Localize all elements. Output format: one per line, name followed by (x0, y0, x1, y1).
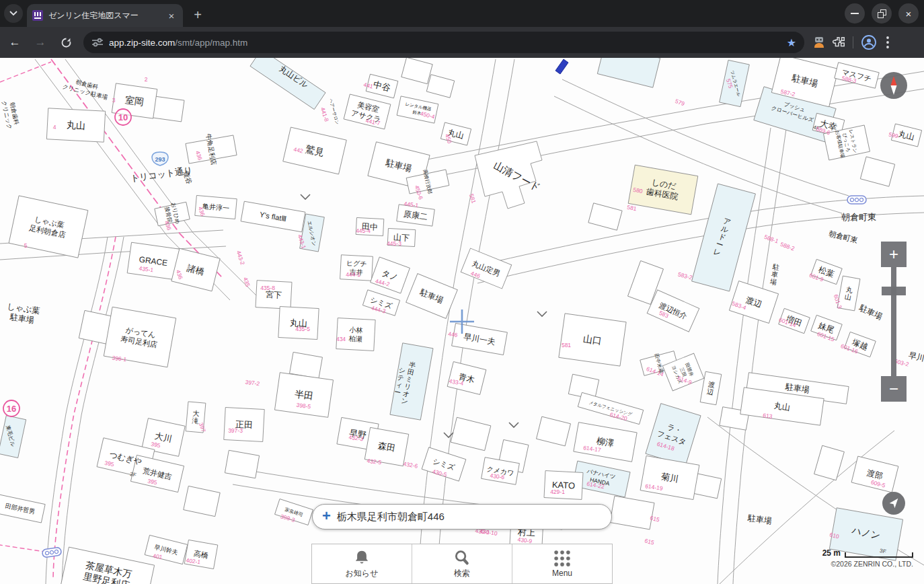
parcel-number: 599 (888, 131, 899, 140)
add-address-icon[interactable]: + (322, 509, 331, 523)
parcel-number: 583-2 (677, 271, 693, 281)
compass-needle-icon (880, 72, 907, 99)
map-label: 朝倉町東 (841, 212, 876, 222)
tab-close-button[interactable]: × (165, 9, 178, 22)
parcel-number: 434 (336, 336, 346, 342)
chevron-mark-icon (537, 312, 547, 316)
grid-menu-icon (553, 550, 572, 567)
map-label: ヘアーサロン (328, 98, 340, 125)
parcel-number: 432-6 (403, 460, 418, 470)
map-label: 駐車場 (747, 513, 773, 526)
reload-button[interactable] (55, 32, 77, 53)
tab-strip: ゼンリン住宅地図スマー × + × (0, 0, 924, 27)
browser-toolbar: ← → app.zip-site.com/smt/app/map.htm ★ (0, 27, 924, 58)
toolbar-divider (853, 36, 853, 48)
map-label: 朝倉歯科クリニック駐車場 (62, 75, 111, 101)
site-info-icon[interactable] (91, 38, 104, 47)
svg-text:10: 10 (118, 112, 128, 122)
svg-text:16: 16 (7, 404, 16, 414)
address-search-value: 栃木県足利市朝倉町446 (337, 511, 445, 523)
parcel-number: 443-2 (235, 250, 246, 266)
parcel-number: 615 (644, 538, 655, 546)
nav-search-button[interactable]: 検索 (412, 544, 512, 583)
compass-button[interactable] (880, 72, 907, 99)
parcel-number: 5 (24, 242, 28, 249)
svg-text:山: 山 (844, 293, 852, 301)
parcel-number: 432-5 (367, 458, 382, 466)
extension-avatar-icon[interactable] (811, 34, 827, 50)
map-label: 駐車場 (769, 263, 780, 286)
my-location-button[interactable] (882, 492, 905, 515)
nav-menu-button[interactable]: Menu (512, 544, 612, 583)
bell-icon (352, 549, 371, 567)
bottom-navigation: お知らせ 検索 Menu (311, 544, 613, 584)
window-restore-button[interactable] (872, 3, 892, 24)
svg-text:柏瀬: 柏瀬 (348, 334, 362, 342)
svg-text:小林: 小林 (349, 326, 363, 334)
parcel-number: 581 (627, 204, 638, 212)
bookmark-star-icon[interactable]: ★ (787, 36, 796, 49)
svg-text:駐車場: 駐車場 (858, 303, 884, 322)
tab-title: ゼンリン住宅地図スマー (48, 10, 160, 22)
svg-text:ヘアーサロン: ヘアーサロン (328, 98, 340, 125)
svg-text:辺: 辺 (706, 388, 714, 396)
url-path: /smt/app/map.htm (175, 38, 247, 48)
traffic-signal-icon (847, 196, 866, 204)
nav-notifications-button[interactable]: お知らせ (312, 544, 412, 583)
one-way-arrow-icon (555, 59, 568, 74)
nav-search-label: 検索 (454, 568, 470, 579)
zoom-slider-handle[interactable] (882, 287, 906, 295)
svg-text:朝倉町東: 朝倉町東 (841, 212, 876, 222)
map-label: 駐車場 (858, 303, 884, 322)
new-tab-button[interactable]: + (188, 5, 207, 24)
extensions-puzzle-icon[interactable] (831, 35, 846, 50)
back-button[interactable]: ← (4, 32, 26, 53)
parcel-number: 397-3 (228, 427, 243, 434)
zenrin-favicon-icon (32, 10, 43, 21)
minimize-icon (851, 13, 859, 14)
parcel-number: 435 (242, 277, 252, 288)
zoom-slider-track[interactable] (891, 267, 896, 376)
browser-menu-icon[interactable] (882, 36, 894, 49)
parcel-number: 3 (112, 97, 116, 104)
parcel-number: 397-2 (245, 379, 260, 388)
svg-text:丸山: 丸山 (67, 119, 86, 131)
parcel-number: 441 (363, 81, 374, 90)
zoom-in-button[interactable]: + (881, 242, 907, 267)
zoom-out-button[interactable]: − (881, 376, 907, 402)
browser-chrome: ゼンリン住宅地図スマー × + × ← → (0, 0, 924, 58)
svg-text:大: 大 (192, 410, 200, 418)
url-text: app.zip-site.com/smt/app/map.htm (109, 38, 781, 48)
parcel-number: 446 (448, 330, 459, 338)
url-bar[interactable]: app.zip-site.com/smt/app/map.htm ★ (83, 32, 804, 53)
traffic-signal-icon (42, 547, 61, 558)
location-arrow-icon (887, 497, 900, 510)
chevron-down-icon (9, 11, 17, 16)
profile-avatar[interactable] (860, 34, 878, 51)
parcel-number: 588-2 (779, 241, 796, 252)
svg-text:ヒグチ: ヒグチ (346, 259, 367, 268)
parcel-number: 435-8 (260, 285, 275, 291)
search-icon (453, 549, 471, 567)
map-scale-bar (845, 552, 913, 558)
building-outline (336, 318, 375, 351)
parcel-number: 588-1 (763, 233, 779, 245)
map-label: 朝倉町東 (827, 229, 859, 244)
parcel-number: 444-1 (346, 271, 360, 278)
parcel-number: 441-8 (319, 106, 330, 122)
parcel-number: 396-1 (112, 355, 127, 363)
restore-icon (878, 9, 886, 18)
browser-tab[interactable]: ゼンリン住宅地図スマー × (27, 4, 183, 27)
parcel-number: 613 (763, 412, 773, 420)
reload-icon (61, 37, 72, 48)
svg-text:293: 293 (155, 156, 165, 163)
forward-button[interactable]: → (30, 32, 51, 53)
tab-search-button[interactable] (4, 4, 23, 23)
svg-text:早川: 早川 (908, 350, 924, 363)
window-minimize-button[interactable] (845, 3, 865, 24)
map-scale-label: 25 m (822, 548, 841, 558)
circled-number-marker: 16 (3, 400, 20, 416)
window-close-button[interactable]: × (898, 3, 919, 24)
address-search-field[interactable]: + 栃木県足利市朝倉町446 (312, 504, 612, 530)
parcel-number: 581 (562, 342, 571, 349)
